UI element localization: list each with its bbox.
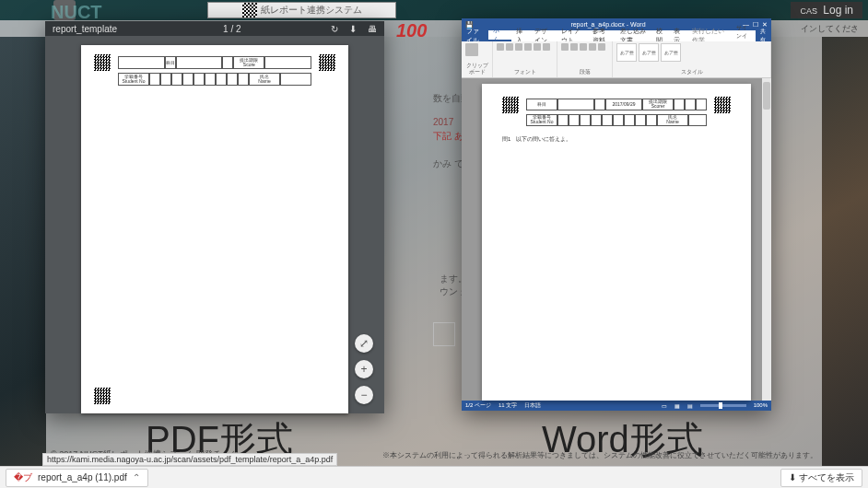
- qr-top-right-icon: [319, 54, 335, 71]
- qr-top-left-icon: [94, 54, 111, 71]
- status-words[interactable]: 11 文字: [499, 401, 517, 410]
- banner-box: 紙レポート連携システム: [207, 2, 396, 18]
- tab-file[interactable]: ファイル: [462, 30, 488, 41]
- site-header: CAS Log in: [0, 0, 868, 20]
- disclaimer-text: ※本システムの利用によって得られる解析結果等につきましては、システムの性能改善に…: [382, 450, 817, 460]
- pdf-viewer-window: report_template 1 / 2 ↻ ⬇ 🖶 科目 提出期限Score…: [45, 21, 384, 413]
- highlight-icon[interactable]: [543, 43, 550, 51]
- zoom-in-icon[interactable]: +: [355, 360, 373, 378]
- word-body-text: 問1 以下の問いに答えよ。: [502, 135, 571, 144]
- zoom-level[interactable]: 100%: [754, 402, 768, 408]
- word-form-row-1: 科目 2017/09/29 提出期限Scorer: [526, 99, 707, 110]
- word-statusbar: 1/2 ページ 11 文字 日本語 ▭ ▦ ▤ 100%: [462, 401, 771, 411]
- share-button[interactable]: 共有: [756, 30, 771, 41]
- login-cas-label: CAS: [800, 6, 817, 16]
- sub-note: インしてくださ: [801, 24, 859, 33]
- pdf-float-controls: ⤢ + −: [355, 334, 373, 404]
- tab-insert[interactable]: 挿入: [511, 30, 530, 41]
- download-filename: report_a_a4p (11).pdf: [38, 472, 127, 482]
- tab-design[interactable]: デザイン: [530, 30, 557, 41]
- fit-page-icon[interactable]: ⤢: [355, 334, 373, 353]
- site-logo-text: NUCT: [51, 2, 102, 23]
- print-icon[interactable]: 🖶: [368, 24, 377, 34]
- align-right-icon[interactable]: [598, 43, 605, 51]
- qr-top-right-icon: [714, 97, 731, 113]
- qr-bottom-left-icon: [94, 388, 111, 404]
- pdf-file-icon: �ブ: [14, 471, 32, 484]
- ribbon-clipboard: クリップボード: [462, 41, 493, 77]
- login-button[interactable]: CAS Log in: [791, 2, 862, 18]
- align-left-icon[interactable]: [580, 43, 587, 51]
- pdf-page-area[interactable]: 科目 提出期限Score 学籍番号Student No 氏名Name ⤢ + −: [45, 36, 384, 413]
- tab-layout[interactable]: レイアウト: [557, 30, 588, 41]
- ribbon-styles: あア亜 あア亜 あア亜 スタイル: [613, 41, 771, 77]
- rotate-icon[interactable]: ↻: [331, 24, 338, 34]
- login-label: Log in: [823, 4, 853, 17]
- zoom-out-icon[interactable]: −: [355, 386, 373, 404]
- underline-icon[interactable]: [515, 43, 522, 51]
- show-all-downloads[interactable]: ⬇ すべてを表示: [780, 469, 862, 487]
- pdf-page: 科目 提出期限Score 学籍番号Student No 氏名Name: [81, 45, 348, 413]
- view-read-icon[interactable]: ▭: [662, 402, 667, 409]
- word-doc-area[interactable]: 科目 2017/09/29 提出期限Scorer 学籍番号Student No …: [462, 78, 771, 401]
- signin-button[interactable]: サインイン: [732, 30, 756, 41]
- hover-url: https://kami.media.nagoya-u.ac.jp/scan/a…: [42, 453, 337, 466]
- pdf-filename: report_template: [53, 24, 117, 34]
- ribbon-paragraph: 段落: [557, 41, 613, 77]
- pdf-toolbar: report_template 1 / 2 ↻ ⬇ 🖶: [45, 21, 384, 36]
- numbering-icon[interactable]: [570, 43, 578, 51]
- view-web-icon[interactable]: ▤: [687, 402, 693, 409]
- tab-mailings[interactable]: 差し込み文書: [616, 30, 651, 41]
- pdf-page-indicator: 1 / 2: [223, 24, 240, 34]
- status-page[interactable]: 1/2 ページ: [465, 401, 491, 410]
- paste-icon[interactable]: [465, 43, 478, 56]
- font-color-icon[interactable]: [524, 43, 532, 51]
- bullets-icon[interactable]: [561, 43, 569, 51]
- scrollbar-thumb[interactable]: [763, 82, 770, 110]
- word-window: 💾 report_a_a4p.docx - Word — ☐ ✕ ファイル ホー…: [462, 18, 771, 411]
- tab-review[interactable]: 校閲: [651, 30, 670, 41]
- download-icon[interactable]: ⬇: [349, 24, 357, 34]
- zoom-slider[interactable]: [700, 404, 746, 407]
- style-normal[interactable]: あア亜: [616, 43, 637, 62]
- partial-box: [433, 322, 455, 346]
- window-max-icon[interactable]: ☐: [753, 21, 758, 29]
- style-heading1[interactable]: あア亜: [639, 43, 659, 62]
- align-center-icon[interactable]: [589, 43, 596, 51]
- ribbon-font: フォント: [493, 41, 557, 77]
- bold-icon[interactable]: [497, 43, 504, 51]
- ribbon-tabs: ファイル ホーム 挿入 デザイン レイアウト 参考資料 差し込み文書 校閲 表示…: [462, 30, 771, 41]
- tab-home[interactable]: ホーム: [488, 30, 511, 41]
- banner-text: 紙レポート連携システム: [261, 4, 362, 17]
- download-chip[interactable]: �ブ report_a_a4p (11).pdf ⌃: [6, 469, 148, 487]
- pdf-form-row-1: 科目 提出期限Score: [118, 56, 311, 69]
- word-page: 科目 2017/09/29 提出期限Scorer 学籍番号Student No …: [482, 84, 751, 401]
- view-print-icon[interactable]: ▦: [674, 402, 680, 409]
- italic-icon[interactable]: [506, 43, 513, 51]
- qr-top-left-icon: [502, 97, 519, 113]
- download-icon: ⬇: [789, 472, 796, 482]
- style-heading2[interactable]: あア亜: [661, 43, 681, 62]
- chevron-down-icon[interactable]: ⌃: [133, 472, 140, 482]
- font-size-icon[interactable]: [534, 43, 541, 51]
- banner-qr-icon: [242, 3, 257, 17]
- tab-references[interactable]: 参考資料: [588, 30, 615, 41]
- ribbon: クリップボード フォント 段落: [462, 41, 771, 78]
- tab-view[interactable]: 表示: [669, 30, 687, 41]
- status-lang[interactable]: 日本語: [524, 401, 541, 410]
- download-bar: �ブ report_a_a4p (11).pdf ⌃ ⬇ すべてを表示: [0, 466, 868, 488]
- pdf-form-row-2: 学籍番号Student No 氏名Name: [118, 73, 311, 86]
- word-scrollbar[interactable]: [762, 78, 771, 401]
- word-form-row-2: 学籍番号Student No 氏名Name: [526, 114, 707, 126]
- tell-me[interactable]: 実行したい作業...: [687, 30, 732, 41]
